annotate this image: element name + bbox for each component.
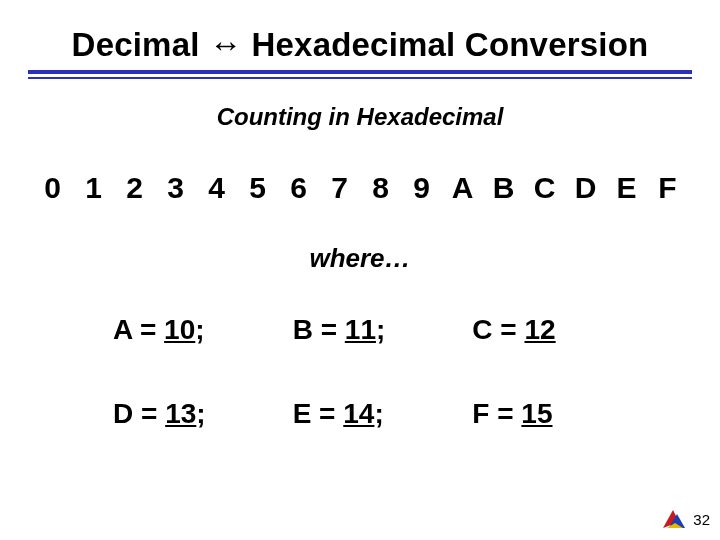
hex-digit: F bbox=[647, 171, 688, 205]
hex-digit: 4 bbox=[196, 171, 237, 205]
mapping-value: 13 bbox=[165, 398, 196, 429]
hex-digit: A bbox=[442, 171, 483, 205]
mapping-cell: C = 12 bbox=[472, 314, 632, 346]
mapping-cell: D = 13; bbox=[113, 398, 273, 430]
hex-digit: 8 bbox=[360, 171, 401, 205]
hex-digit: 3 bbox=[155, 171, 196, 205]
mapping-letter: B bbox=[293, 314, 313, 345]
hex-digit: 6 bbox=[278, 171, 319, 205]
mapping-cell: B = 11; bbox=[293, 314, 453, 346]
hex-digit: 9 bbox=[401, 171, 442, 205]
page-footer: 32 bbox=[661, 508, 710, 530]
hex-digit: D bbox=[565, 171, 606, 205]
mapping-value: 12 bbox=[524, 314, 555, 345]
hex-digit: 0 bbox=[32, 171, 73, 205]
mapping-letter: F bbox=[472, 398, 489, 429]
hex-digit-row: 0 1 2 3 4 5 6 7 8 9 A B C D E F bbox=[28, 171, 692, 205]
mapping-value: 10 bbox=[164, 314, 195, 345]
mapping-letter: E bbox=[293, 398, 312, 429]
slide-title: Decimal ↔ Hexadecimal Conversion bbox=[28, 26, 692, 64]
hex-digit: 2 bbox=[114, 171, 155, 205]
divider-thick bbox=[28, 70, 692, 74]
mapping-cell: E = 14; bbox=[293, 398, 453, 430]
logo-icon bbox=[661, 508, 687, 530]
mapping-cell: A = 10; bbox=[113, 314, 273, 346]
title-underline bbox=[28, 70, 692, 79]
mapping-letter: A bbox=[113, 314, 132, 345]
page-number: 32 bbox=[693, 511, 710, 528]
mapping-value: 11 bbox=[345, 314, 376, 345]
hex-digit: 5 bbox=[237, 171, 278, 205]
hex-digit: 1 bbox=[73, 171, 114, 205]
mapping-letter: C bbox=[472, 314, 492, 345]
slide-subtitle: Counting in Hexadecimal bbox=[28, 103, 692, 131]
hex-digit: 7 bbox=[319, 171, 360, 205]
mapping-value: 14 bbox=[343, 398, 374, 429]
mapping-grid: A = 10; B = 11; C = 12 D = 13; E = 14; F… bbox=[113, 314, 632, 430]
mapping-value: 15 bbox=[521, 398, 552, 429]
mapping-cell: F = 15 bbox=[472, 398, 632, 430]
mapping-letter: D bbox=[113, 398, 133, 429]
hex-digit: E bbox=[606, 171, 647, 205]
where-label: where… bbox=[28, 243, 692, 274]
divider-thin bbox=[28, 77, 692, 79]
slide: Decimal ↔ Hexadecimal Conversion Countin… bbox=[0, 0, 720, 540]
hex-digit: B bbox=[483, 171, 524, 205]
hex-digit: C bbox=[524, 171, 565, 205]
